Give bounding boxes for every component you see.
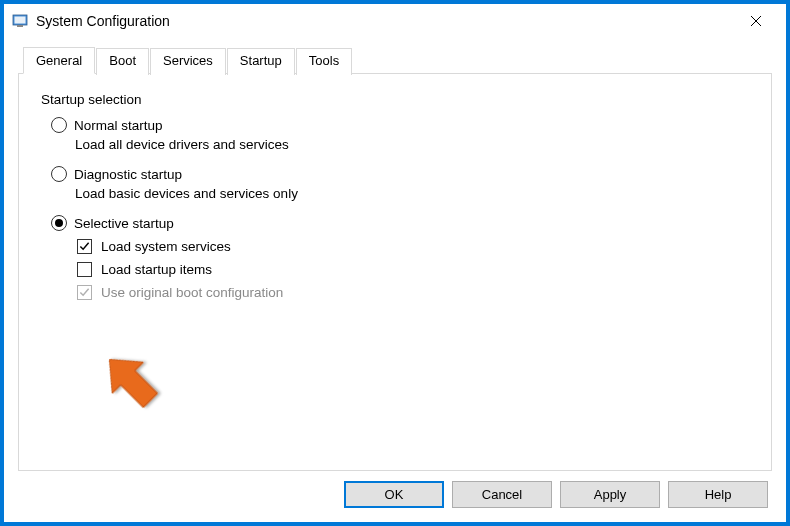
button-row: OK Cancel Apply Help [18,481,772,508]
load-startup-items-label: Load startup items [101,262,212,277]
titlebar: System Configuration [4,4,786,38]
checkmark-icon [79,287,90,298]
checkbox-icon [77,239,92,254]
radio-diagnostic-label: Diagnostic startup [74,167,182,182]
apply-button[interactable]: Apply [560,481,660,508]
use-original-boot-label: Use original boot configuration [101,285,283,300]
radio-icon [51,166,67,182]
client-area: General Boot Services Startup Tools Star… [4,38,786,522]
radio-icon [51,117,67,133]
tabstrip: General Boot Services Startup Tools [23,46,772,73]
diagnostic-startup-desc: Load basic devices and services only [75,186,749,201]
load-system-services-label: Load system services [101,239,231,254]
normal-startup-desc: Load all device drivers and services [75,137,749,152]
checkbox-load-startup-items[interactable]: Load startup items [77,262,749,277]
tab-startup[interactable]: Startup [227,48,295,75]
window-title: System Configuration [36,13,734,29]
ok-button[interactable]: OK [344,481,444,508]
close-icon [750,15,762,27]
tab-services[interactable]: Services [150,48,226,75]
checkbox-load-system-services[interactable]: Load system services [77,239,749,254]
general-panel: Startup selection Normal startup Load al… [18,73,772,471]
radio-normal-label: Normal startup [74,118,163,133]
radio-diagnostic-startup[interactable]: Diagnostic startup [51,166,749,182]
app-icon [12,13,28,29]
radio-selective-label: Selective startup [74,216,174,231]
checkbox-icon [77,262,92,277]
tab-boot[interactable]: Boot [96,48,149,75]
checkbox-use-original-boot: Use original boot configuration [77,285,749,300]
radio-selective-startup[interactable]: Selective startup [51,215,749,231]
close-button[interactable] [734,6,778,36]
svg-rect-1 [15,17,26,24]
svg-rect-2 [17,25,23,27]
tab-general[interactable]: General [23,47,95,74]
help-button[interactable]: Help [668,481,768,508]
cancel-button[interactable]: Cancel [452,481,552,508]
checkbox-icon [77,285,92,300]
startup-selection-label: Startup selection [41,92,749,107]
checkmark-icon [79,241,90,252]
tab-tools[interactable]: Tools [296,48,352,75]
radio-normal-startup[interactable]: Normal startup [51,117,749,133]
radio-icon [51,215,67,231]
system-configuration-window: System Configuration General Boot Servic… [4,4,786,522]
